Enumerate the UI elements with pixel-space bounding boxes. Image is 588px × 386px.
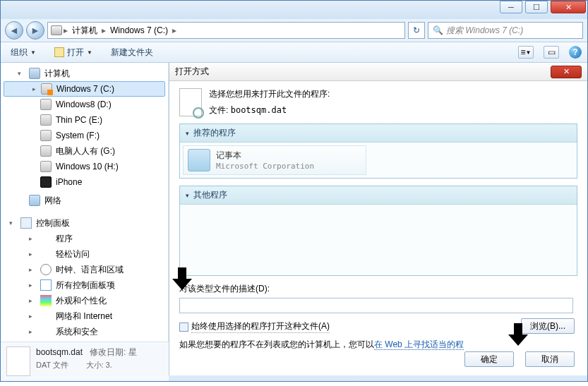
cp-item-icon bbox=[40, 279, 52, 291]
body: ▾计算机 ▸Windows 7 (C:)Windows8 (D:)Thin PC… bbox=[1, 63, 587, 342]
app-vendor: Microsoft Corporation bbox=[216, 162, 314, 171]
cancel-button[interactable]: 取消 bbox=[525, 351, 575, 367]
always-use-checkbox[interactable] bbox=[179, 322, 188, 332]
drive-icon bbox=[40, 130, 52, 141]
tree-drive[interactable]: iPhone bbox=[1, 174, 168, 190]
cp-item-icon bbox=[40, 264, 52, 275]
window-close-button[interactable]: ✕ bbox=[551, 1, 586, 13]
status-file-icon bbox=[6, 346, 30, 376]
search-icon: 🔍 bbox=[433, 25, 443, 35]
description-input[interactable] bbox=[179, 298, 573, 313]
hint-row: 如果您想要的程序不在列表或您的计算机上，您可以在 Web 上寻找适当的程 bbox=[179, 339, 577, 351]
organize-button[interactable]: 组织▼ bbox=[6, 44, 40, 61]
view-button[interactable]: ≡ ▼ bbox=[518, 46, 534, 59]
status-filesize: 大小: 3. bbox=[86, 361, 112, 369]
tree-cp-item[interactable]: ▸系统和安全 bbox=[1, 324, 168, 339]
description-label: 对该类型文件的描述(D): bbox=[179, 283, 577, 295]
other-programs-group: ▾其他程序 bbox=[179, 186, 577, 276]
tree-computer[interactable]: ▾计算机 bbox=[1, 66, 168, 81]
tree-drive[interactable]: Thin PC (E:) bbox=[1, 112, 168, 128]
tree-control-panel[interactable]: ▾控制面板 bbox=[1, 215, 168, 231]
cp-item-icon bbox=[40, 233, 52, 244]
maximize-button[interactable]: ☐ bbox=[525, 1, 548, 13]
tree-drive[interactable]: Windows 10 (H:) bbox=[1, 159, 168, 174]
web-search-link[interactable]: 在 Web 上寻找适当的程 bbox=[374, 339, 464, 350]
ok-button[interactable]: 确定 bbox=[464, 351, 514, 367]
tree-cp-item[interactable]: ▸程序 bbox=[1, 231, 168, 246]
file-label: 文件: bbox=[209, 105, 228, 115]
tree-cp-item[interactable]: ▸所有控制面板项 bbox=[1, 277, 168, 293]
breadcrumb-computer[interactable]: 计算机 bbox=[69, 25, 100, 37]
open-button[interactable]: 打开▼ bbox=[50, 44, 97, 61]
new-folder-button[interactable]: 新建文件夹 bbox=[107, 44, 157, 61]
cp-item-icon bbox=[40, 248, 52, 260]
search-input[interactable]: 🔍 搜索 Windows 7 (C:) bbox=[428, 22, 583, 39]
minimize-button[interactable]: ─ bbox=[500, 1, 522, 13]
browse-button[interactable]: 浏览(B)... bbox=[521, 318, 575, 334]
cp-item-icon bbox=[40, 326, 52, 337]
tree-drive[interactable]: Windows8 (D:) bbox=[1, 97, 168, 112]
status-filename: bootsqm.dat 修改日期: 星 bbox=[36, 346, 137, 358]
tree-cp-item[interactable]: ▸网络和 Internet bbox=[1, 308, 168, 324]
drive-icon bbox=[40, 145, 52, 157]
explorer-window: ─ ☐ ✕ ◄ ► ▸ 计算机 ▸ Windows 7 (C:) ▸ ↻ 🔍 搜… bbox=[0, 0, 588, 382]
toolbar: 组织▼ 打开▼ 新建文件夹 ≡ ▼ ▭ ? bbox=[1, 42, 587, 63]
recommended-programs-group: ▾推荐的程序 记事本 Microsoft Corporation bbox=[179, 123, 577, 179]
main-area: 打开方式 ✕ 选择您想用来打开此文件的程序: 文件: bootsqm.dat ▾… bbox=[169, 63, 587, 342]
tree-drive[interactable]: System (F:) bbox=[1, 128, 168, 143]
cp-item-icon bbox=[40, 295, 52, 306]
notepad-icon bbox=[188, 149, 210, 171]
dialog-prompt: 选择您想用来打开此文件的程序: bbox=[209, 88, 330, 100]
dialog-titlebar: 打开方式 ✕ bbox=[169, 63, 587, 81]
file-name: bootsqm.dat bbox=[231, 105, 287, 115]
control-panel-icon bbox=[20, 217, 32, 229]
refresh-button[interactable]: ↻ bbox=[408, 22, 425, 39]
forward-button[interactable]: ► bbox=[26, 21, 44, 40]
dialog-close-button[interactable]: ✕ bbox=[551, 66, 582, 78]
nav-row: ◄ ► ▸ 计算机 ▸ Windows 7 (C:) ▸ ↻ 🔍 搜索 Wind… bbox=[1, 19, 587, 42]
tree-drive[interactable]: 电脑人人有 (G:) bbox=[1, 143, 168, 159]
tree-cp-item[interactable]: ▸外观和个性化 bbox=[1, 293, 168, 308]
file-type-icon bbox=[179, 88, 202, 116]
app-name: 记事本 bbox=[216, 150, 314, 162]
open-with-dialog: 打开方式 ✕ 选择您想用来打开此文件的程序: 文件: bootsqm.dat ▾… bbox=[169, 63, 587, 375]
breadcrumb-drive[interactable]: Windows 7 (C:) bbox=[107, 25, 171, 35]
titlebar: ─ ☐ ✕ bbox=[1, 1, 587, 19]
drive-icon bbox=[40, 176, 52, 188]
tree-drive[interactable]: ▸Windows 7 (C:) bbox=[4, 81, 165, 97]
drive-icon bbox=[40, 161, 52, 172]
recommended-header[interactable]: ▾推荐的程序 bbox=[180, 124, 577, 143]
help-icon[interactable]: ? bbox=[569, 46, 582, 59]
preview-pane-button[interactable]: ▭ bbox=[544, 46, 559, 59]
dialog-body: 选择您想用来打开此文件的程序: 文件: bootsqm.dat ▾推荐的程序 记… bbox=[169, 81, 587, 358]
app-notepad[interactable]: 记事本 Microsoft Corporation bbox=[183, 145, 366, 175]
search-placeholder: 搜索 Windows 7 (C:) bbox=[446, 25, 523, 37]
computer-icon bbox=[29, 68, 40, 79]
sidebar[interactable]: ▾计算机 ▸Windows 7 (C:)Windows8 (D:)Thin PC… bbox=[1, 63, 169, 342]
tree-cp-item[interactable]: ▸时钟、语言和区域 bbox=[1, 262, 168, 277]
other-header[interactable]: ▾其他程序 bbox=[180, 186, 577, 205]
tree-network[interactable]: 网络 bbox=[1, 193, 168, 208]
breadcrumb[interactable]: ▸ 计算机 ▸ Windows 7 (C:) ▸ bbox=[47, 22, 405, 39]
status-filetype: DAT 文件 bbox=[36, 361, 68, 369]
dialog-title: 打开方式 bbox=[175, 66, 209, 78]
drive-icon bbox=[40, 114, 52, 126]
status-bar: bootsqm.dat 修改日期: 星 DAT 文件 大小: 3. bbox=[1, 342, 169, 381]
always-use-row[interactable]: 始终使用选择的程序打开这种文件(A) bbox=[179, 320, 577, 333]
drive-icon bbox=[40, 99, 52, 110]
drive-icon bbox=[41, 83, 52, 95]
cp-item-icon bbox=[40, 310, 52, 322]
always-use-label: 始终使用选择的程序打开这种文件(A) bbox=[191, 320, 330, 333]
tree-cp-item[interactable]: ▸轻松访问 bbox=[1, 246, 168, 262]
network-icon bbox=[29, 195, 40, 206]
drive-icon bbox=[51, 25, 62, 35]
back-button[interactable]: ◄ bbox=[5, 21, 23, 40]
